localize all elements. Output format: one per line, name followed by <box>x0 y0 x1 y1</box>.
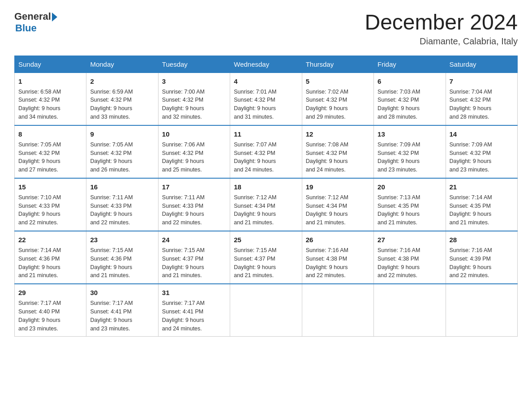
day-info: Sunrise: 7:08 AMSunset: 4:32 PMDaylight:… <box>306 141 348 173</box>
day-number: 29 <box>18 288 82 298</box>
calendar-cell: 19Sunrise: 7:12 AMSunset: 4:34 PMDayligh… <box>302 178 373 231</box>
calendar-cell: 26Sunrise: 7:16 AMSunset: 4:38 PMDayligh… <box>302 231 373 284</box>
day-number: 18 <box>234 182 298 192</box>
week-row-2: 8Sunrise: 7:05 AMSunset: 4:32 PMDaylight… <box>15 125 518 178</box>
day-number: 8 <box>18 129 82 139</box>
calendar-cell: 29Sunrise: 7:17 AMSunset: 4:40 PMDayligh… <box>15 284 86 337</box>
day-info: Sunrise: 7:05 AMSunset: 4:32 PMDaylight:… <box>90 141 133 173</box>
day-info: Sunrise: 6:59 AMSunset: 4:32 PMDaylight:… <box>90 89 133 120</box>
day-info: Sunrise: 7:00 AMSunset: 4:32 PMDaylight:… <box>162 89 205 120</box>
calendar-cell: 14Sunrise: 7:09 AMSunset: 4:32 PMDayligh… <box>446 125 517 178</box>
calendar-cell: 2Sunrise: 6:59 AMSunset: 4:32 PMDaylight… <box>86 73 158 125</box>
day-number: 20 <box>378 182 442 192</box>
day-number: 26 <box>306 235 370 245</box>
day-info: Sunrise: 7:12 AMSunset: 4:34 PMDaylight:… <box>306 194 348 226</box>
day-number: 9 <box>90 129 154 139</box>
day-number: 3 <box>162 77 226 86</box>
day-info: Sunrise: 7:14 AMSunset: 4:35 PMDaylight:… <box>450 194 492 226</box>
weekday-header-thursday: Thursday <box>302 56 373 73</box>
calendar-cell <box>374 284 446 337</box>
calendar-cell: 17Sunrise: 7:11 AMSunset: 4:33 PMDayligh… <box>158 178 230 231</box>
day-info: Sunrise: 7:13 AMSunset: 4:35 PMDaylight:… <box>378 194 420 226</box>
day-number: 4 <box>234 77 298 86</box>
calendar-cell: 23Sunrise: 7:15 AMSunset: 4:36 PMDayligh… <box>86 231 158 284</box>
day-number: 22 <box>18 235 82 245</box>
day-number: 31 <box>162 288 226 298</box>
calendar-cell: 20Sunrise: 7:13 AMSunset: 4:35 PMDayligh… <box>374 178 446 231</box>
calendar-cell: 7Sunrise: 7:04 AMSunset: 4:32 PMDaylight… <box>446 73 517 125</box>
day-number: 14 <box>450 129 514 139</box>
day-number: 5 <box>306 77 370 86</box>
calendar-table: SundayMondayTuesdayWednesdayThursdayFrid… <box>14 56 518 337</box>
calendar-cell: 5Sunrise: 7:02 AMSunset: 4:32 PMDaylight… <box>302 73 373 125</box>
day-info: Sunrise: 7:16 AMSunset: 4:38 PMDaylight:… <box>378 247 420 279</box>
calendar-cell: 1Sunrise: 6:58 AMSunset: 4:32 PMDaylight… <box>15 73 86 125</box>
day-info: Sunrise: 7:04 AMSunset: 4:32 PMDaylight:… <box>450 89 492 120</box>
calendar-cell: 24Sunrise: 7:15 AMSunset: 4:37 PMDayligh… <box>158 231 230 284</box>
page-title: December 2024 <box>365 11 518 34</box>
calendar-cell: 10Sunrise: 7:06 AMSunset: 4:32 PMDayligh… <box>158 125 230 178</box>
day-number: 10 <box>162 129 226 139</box>
week-row-4: 22Sunrise: 7:14 AMSunset: 4:36 PMDayligh… <box>15 231 518 284</box>
calendar-cell: 16Sunrise: 7:11 AMSunset: 4:33 PMDayligh… <box>86 178 158 231</box>
day-info: Sunrise: 7:11 AMSunset: 4:33 PMDaylight:… <box>90 194 133 226</box>
week-row-1: 1Sunrise: 6:58 AMSunset: 4:32 PMDaylight… <box>15 73 518 125</box>
day-number: 1 <box>18 77 82 86</box>
calendar-cell: 8Sunrise: 7:05 AMSunset: 4:32 PMDaylight… <box>15 125 86 178</box>
calendar-cell: 11Sunrise: 7:07 AMSunset: 4:32 PMDayligh… <box>230 125 302 178</box>
weekday-header-monday: Monday <box>86 56 158 73</box>
logo: General Blue <box>14 11 57 34</box>
day-number: 11 <box>234 129 298 139</box>
day-info: Sunrise: 7:17 AMSunset: 4:41 PMDaylight:… <box>162 300 205 332</box>
day-info: Sunrise: 6:58 AMSunset: 4:32 PMDaylight:… <box>18 89 61 120</box>
calendar-cell: 22Sunrise: 7:14 AMSunset: 4:36 PMDayligh… <box>15 231 86 284</box>
day-info: Sunrise: 7:09 AMSunset: 4:32 PMDaylight:… <box>378 141 420 173</box>
weekday-header-saturday: Saturday <box>446 56 517 73</box>
calendar-cell: 9Sunrise: 7:05 AMSunset: 4:32 PMDaylight… <box>86 125 158 178</box>
day-info: Sunrise: 7:15 AMSunset: 4:36 PMDaylight:… <box>90 247 133 279</box>
day-info: Sunrise: 7:15 AMSunset: 4:37 PMDaylight:… <box>162 247 205 279</box>
day-info: Sunrise: 7:02 AMSunset: 4:32 PMDaylight:… <box>306 89 348 120</box>
day-number: 28 <box>450 235 514 245</box>
day-info: Sunrise: 7:05 AMSunset: 4:32 PMDaylight:… <box>18 141 61 173</box>
day-info: Sunrise: 7:09 AMSunset: 4:32 PMDaylight:… <box>450 141 492 173</box>
day-number: 27 <box>378 235 442 245</box>
day-info: Sunrise: 7:16 AMSunset: 4:38 PMDaylight:… <box>306 247 348 279</box>
calendar-cell: 31Sunrise: 7:17 AMSunset: 4:41 PMDayligh… <box>158 284 230 337</box>
weekday-header-tuesday: Tuesday <box>158 56 230 73</box>
day-number: 24 <box>162 235 226 245</box>
calendar-cell <box>230 284 302 337</box>
calendar-cell: 12Sunrise: 7:08 AMSunset: 4:32 PMDayligh… <box>302 125 373 178</box>
day-number: 15 <box>18 182 82 192</box>
day-info: Sunrise: 7:17 AMSunset: 4:40 PMDaylight:… <box>18 300 61 332</box>
calendar-cell <box>302 284 373 337</box>
calendar-cell: 4Sunrise: 7:01 AMSunset: 4:32 PMDaylight… <box>230 73 302 125</box>
page-header: General Blue December 2024 Diamante, Cal… <box>14 11 518 47</box>
day-number: 16 <box>90 182 154 192</box>
day-number: 23 <box>90 235 154 245</box>
day-number: 17 <box>162 182 226 192</box>
day-info: Sunrise: 7:07 AMSunset: 4:32 PMDaylight:… <box>234 141 276 173</box>
week-row-3: 15Sunrise: 7:10 AMSunset: 4:33 PMDayligh… <box>15 178 518 231</box>
day-number: 30 <box>90 288 154 298</box>
weekday-header-wednesday: Wednesday <box>230 56 302 73</box>
calendar-cell: 6Sunrise: 7:03 AMSunset: 4:32 PMDaylight… <box>374 73 446 125</box>
week-row-5: 29Sunrise: 7:17 AMSunset: 4:40 PMDayligh… <box>15 284 518 337</box>
day-info: Sunrise: 7:10 AMSunset: 4:33 PMDaylight:… <box>18 194 61 226</box>
logo-arrow-icon <box>52 13 57 21</box>
day-info: Sunrise: 7:17 AMSunset: 4:41 PMDaylight:… <box>90 300 133 332</box>
day-number: 12 <box>306 129 370 139</box>
day-number: 13 <box>378 129 442 139</box>
day-number: 19 <box>306 182 370 192</box>
day-info: Sunrise: 7:15 AMSunset: 4:37 PMDaylight:… <box>234 247 276 279</box>
day-number: 2 <box>90 77 154 86</box>
day-number: 7 <box>450 77 514 86</box>
day-info: Sunrise: 7:16 AMSunset: 4:39 PMDaylight:… <box>450 247 492 279</box>
calendar-cell: 25Sunrise: 7:15 AMSunset: 4:37 PMDayligh… <box>230 231 302 284</box>
day-info: Sunrise: 7:01 AMSunset: 4:32 PMDaylight:… <box>234 89 276 120</box>
day-info: Sunrise: 7:12 AMSunset: 4:34 PMDaylight:… <box>234 194 276 226</box>
calendar-cell: 18Sunrise: 7:12 AMSunset: 4:34 PMDayligh… <box>230 178 302 231</box>
weekday-header-friday: Friday <box>374 56 446 73</box>
calendar-cell: 27Sunrise: 7:16 AMSunset: 4:38 PMDayligh… <box>374 231 446 284</box>
calendar-cell: 3Sunrise: 7:00 AMSunset: 4:32 PMDaylight… <box>158 73 230 125</box>
